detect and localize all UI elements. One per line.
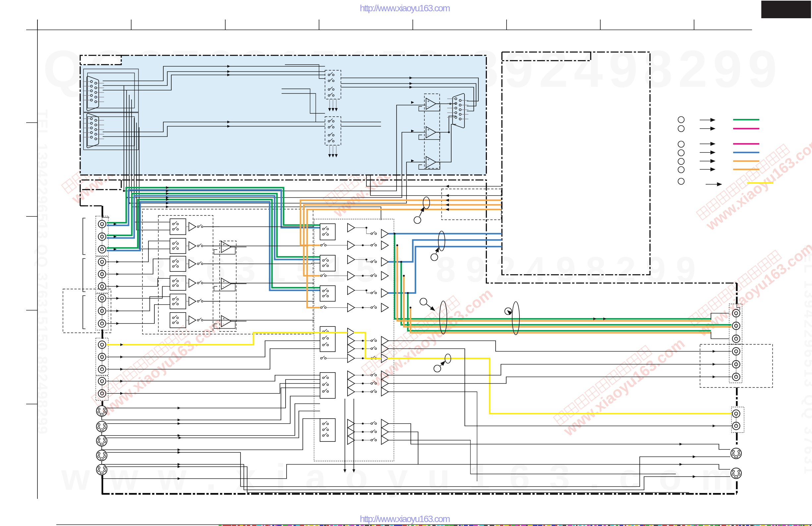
svg-text:+: + <box>427 128 429 131</box>
svg-text:-: - <box>223 322 224 326</box>
svg-text:w w w . x i a o y u 1 6 3 . c: w w w . x i a o y u 1 6 3 . c o m <box>61 456 734 498</box>
svg-text:TEL 13942296513 QQ 376315150: TEL 13942296513 QQ 376315150 892498299 <box>34 109 50 434</box>
svg-text:-: - <box>223 247 224 251</box>
svg-text:http://www.xiaoyu163.com: http://www.xiaoyu163.com <box>360 514 450 524</box>
svg-text:-: - <box>427 104 429 108</box>
svg-text:+: + <box>427 99 429 103</box>
svg-text:+: + <box>223 316 224 321</box>
svg-text:-: - <box>427 132 429 137</box>
svg-text:-: - <box>223 284 224 288</box>
svg-text:http://www.xiaoyu163.com: http://www.xiaoyu163.com <box>360 3 450 13</box>
svg-text:-: - <box>427 162 429 166</box>
svg-text:+: + <box>223 279 224 283</box>
svg-text:+: + <box>223 242 224 246</box>
svg-text:+: + <box>427 157 429 161</box>
